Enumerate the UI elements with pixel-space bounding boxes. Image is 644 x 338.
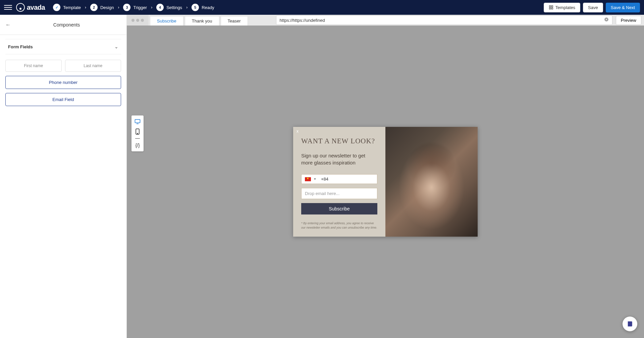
chevron-down-icon: ⌄	[114, 44, 118, 49]
preview-button[interactable]: Preview	[616, 16, 641, 25]
svg-rect-2	[549, 8, 551, 9]
canvas-area: Subscribe Thank you Teaser https://https…	[127, 15, 644, 338]
hamburger-menu-icon[interactable]	[4, 3, 12, 11]
templates-icon	[549, 5, 553, 10]
topbar-actions: Templates Save Save & Next	[544, 3, 640, 12]
popup-view-tabs: Subscribe Thank you Teaser	[149, 15, 249, 26]
url-bar[interactable]: https://https://undefined	[276, 15, 612, 25]
step-ready[interactable]: 5 Ready	[192, 4, 214, 11]
step-label: Design	[100, 5, 114, 10]
step-circle-icon: 2	[90, 4, 98, 11]
popup-image[interactable]	[385, 127, 478, 236]
templates-button[interactable]: Templates	[544, 3, 580, 12]
chevron-right-icon: ›	[151, 5, 152, 10]
brand-logo[interactable]: avada	[16, 3, 45, 12]
topbar: avada ✓ Template › 2 Design › 3 Trigger …	[0, 0, 644, 15]
form-fields-section[interactable]: Form Fields ⌄	[5, 39, 121, 54]
clear-url-icon[interactable]	[604, 17, 609, 23]
step-label: Settings	[166, 5, 182, 10]
popup-subscribe-button[interactable]: Subscribe	[301, 203, 377, 214]
popup-subtitle[interactable]: Sign up our newsletter to get more glass…	[301, 152, 377, 166]
help-book-icon	[627, 321, 633, 327]
tab-thankyou[interactable]: Thank you	[185, 16, 219, 26]
phone-number-field[interactable]: Phone number	[5, 76, 121, 89]
popup-email-input[interactable]: Drop email here...	[301, 188, 377, 199]
save-next-button[interactable]: Save & Next	[606, 3, 640, 12]
tab-teaser[interactable]: Teaser	[221, 16, 248, 26]
name-field-row: First name Last name	[5, 60, 121, 72]
sidebar-header: ← Components	[0, 15, 126, 35]
phone-dial-code: +84	[321, 177, 328, 182]
step-circle-icon: 3	[123, 4, 130, 11]
save-button[interactable]: Save	[583, 3, 603, 12]
flag-dropdown-icon[interactable]: ▼	[314, 178, 316, 181]
popup-close-icon[interactable]: x	[297, 129, 299, 134]
step-circle-icon: 4	[156, 4, 164, 11]
svg-rect-3	[551, 8, 553, 9]
url-text: https://https://undefined	[280, 18, 325, 23]
last-name-field[interactable]: Last name	[65, 60, 121, 72]
sidebar-title: Components	[12, 22, 121, 28]
popup-content: WANT A NEW LOOK? Sign up our newsletter …	[293, 127, 385, 236]
brand-name: avada	[27, 4, 45, 11]
canvas-topbar: Subscribe Thank you Teaser https://https…	[127, 15, 644, 26]
popup-disclaimer[interactable]: * By entering your email address, you ag…	[301, 221, 377, 230]
step-template[interactable]: ✓ Template	[53, 4, 81, 11]
step-label: Ready	[202, 5, 214, 10]
workspace: ← Components Form Fields ⌄ First name La…	[0, 15, 644, 338]
chevron-right-icon: ›	[118, 5, 119, 10]
wizard-steps: ✓ Template › 2 Design › 3 Trigger › 4 Se…	[53, 4, 214, 11]
step-circle-icon: ✓	[53, 4, 60, 11]
popup-title[interactable]: WANT A NEW LOOK?	[301, 137, 377, 145]
step-trigger[interactable]: 3 Trigger	[123, 4, 147, 11]
step-label: Template	[63, 5, 81, 10]
step-design[interactable]: 2 Design	[90, 4, 114, 11]
chevron-right-icon: ›	[85, 5, 86, 10]
url-bar-wrap: https://https://undefined Preview	[249, 15, 644, 26]
section-title: Form Fields	[8, 44, 33, 49]
chevron-right-icon: ›	[186, 5, 187, 10]
canvas-inner: x WANT A NEW LOOK? Sign up our newslette…	[127, 26, 644, 338]
sidebar-body: Form Fields ⌄ First name Last name Phone…	[0, 35, 126, 114]
sidebar: ← Components Form Fields ⌄ First name La…	[0, 15, 127, 338]
svg-rect-0	[549, 6, 551, 7]
flag-vietnam-icon[interactable]	[305, 177, 311, 181]
popup-preview[interactable]: x WANT A NEW LOOK? Sign up our newslette…	[293, 127, 478, 236]
svg-rect-1	[551, 6, 553, 7]
email-field[interactable]: Email Field	[5, 93, 121, 106]
step-label: Trigger	[133, 5, 147, 10]
step-circle-icon: 5	[192, 4, 199, 11]
traffic-lights-icon	[127, 15, 149, 26]
help-bubble[interactable]	[623, 317, 637, 331]
first-name-field[interactable]: First name	[5, 60, 62, 72]
back-arrow-icon[interactable]: ←	[5, 22, 12, 28]
popup-phone-input[interactable]: ▼ +84	[301, 174, 377, 184]
tab-subscribe[interactable]: Subscribe	[150, 16, 183, 26]
logo-mark-icon	[16, 3, 25, 12]
step-settings[interactable]: 4 Settings	[156, 4, 182, 11]
